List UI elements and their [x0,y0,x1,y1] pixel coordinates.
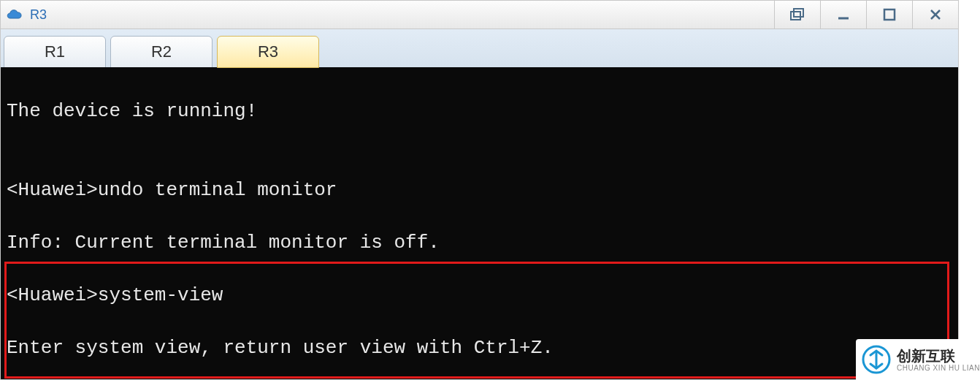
minimize-button[interactable] [820,1,866,28]
tab-label: R3 [258,42,278,61]
terminal-line: <Huawei>undo terminal monitor [7,177,952,203]
window-title: R3 [30,7,774,23]
tab-r1[interactable]: R1 [4,36,106,68]
watermark-logo: 创新互联 CHUANG XIN HU LIAN [856,339,980,380]
tab-r3[interactable]: R3 [217,36,319,68]
svg-rect-3 [884,10,895,20]
tab-strip: R1 R2 R3 [0,29,959,67]
tab-label: R1 [45,42,65,61]
terminal-app-window: R3 [0,0,959,380]
terminal-line: Enter system view, return user view with… [7,335,952,361]
titlebar: R3 [0,0,959,29]
terminal-line: Info: Current terminal monitor is off. [7,229,952,256]
close-button[interactable] [912,1,958,28]
terminal-line: The device is running! [7,98,952,124]
watermark-icon [860,343,892,376]
watermark-brand-en: CHUANG XIN HU LIAN [897,364,980,372]
restore-stack-button[interactable] [774,1,820,28]
tab-r2[interactable]: R2 [110,36,213,68]
watermark-brand-cn: 创新互联 [897,348,980,364]
terminal-output[interactable]: The device is running! <Huawei>undo term… [0,67,959,380]
svg-rect-1 [794,9,803,17]
terminal-line: <Huawei>system-view [7,282,952,308]
svg-rect-0 [791,12,800,20]
tab-label: R2 [151,42,172,61]
app-cloud-icon [5,5,24,24]
maximize-button[interactable] [866,1,912,28]
window-controls [774,1,958,28]
